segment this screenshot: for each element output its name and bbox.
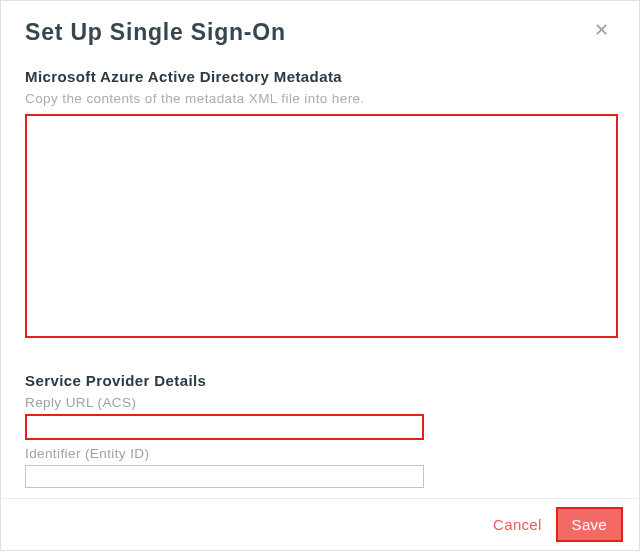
save-button[interactable]: Save (558, 509, 621, 540)
reply-url-label: Reply URL (ACS) (25, 395, 615, 410)
metadata-heading: Microsoft Azure Active Directory Metadat… (25, 68, 615, 85)
metadata-subtext: Copy the contents of the metadata XML fi… (25, 91, 615, 106)
close-icon[interactable]: ✕ (588, 15, 615, 45)
modal-body: Set Up Single Sign-On ✕ Microsoft Azure … (1, 1, 639, 498)
service-provider-section: Service Provider Details Reply URL (ACS)… (25, 372, 615, 488)
spd-heading: Service Provider Details (25, 372, 615, 389)
sso-setup-modal: Set Up Single Sign-On ✕ Microsoft Azure … (0, 0, 640, 551)
save-button-highlight: Save (556, 507, 623, 542)
identifier-input[interactable] (25, 465, 424, 488)
modal-footer: Cancel Save (1, 498, 639, 550)
metadata-xml-input[interactable] (25, 114, 618, 338)
modal-header: Set Up Single Sign-On ✕ (25, 15, 615, 68)
reply-url-input[interactable] (25, 414, 424, 440)
identifier-label: Identifier (Entity ID) (25, 446, 615, 461)
cancel-button[interactable]: Cancel (493, 516, 542, 533)
modal-title: Set Up Single Sign-On (25, 19, 286, 46)
metadata-section: Microsoft Azure Active Directory Metadat… (25, 68, 615, 342)
